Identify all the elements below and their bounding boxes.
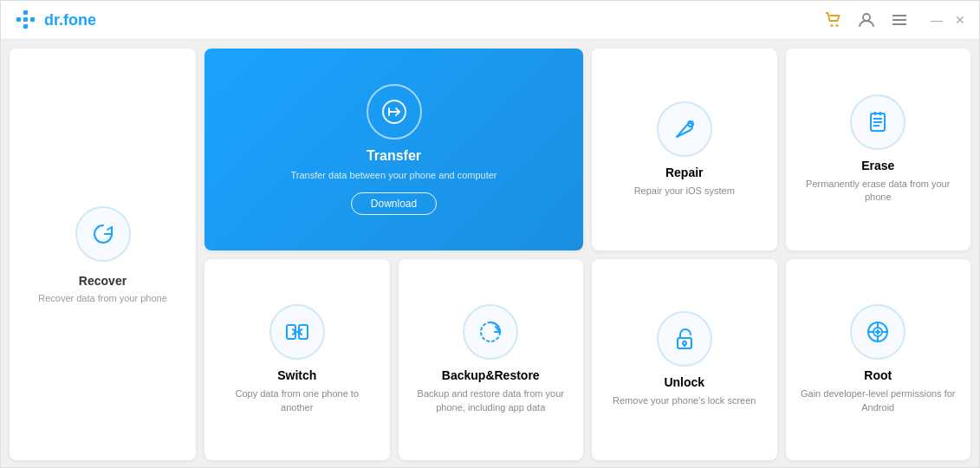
root-title: Root bbox=[864, 368, 892, 382]
titlebar: dr.fone — ✕ bbox=[1, 1, 979, 40]
svg-rect-3 bbox=[23, 24, 28, 29]
svg-rect-1 bbox=[16, 17, 21, 22]
switch-title: Switch bbox=[277, 368, 316, 382]
unlock-card[interactable]: Unlock Remove your phone's lock screen bbox=[592, 259, 777, 461]
recover-card[interactable]: Recover Recover data from your phone bbox=[10, 49, 196, 460]
transfer-icon bbox=[367, 84, 422, 140]
svg-point-27 bbox=[683, 341, 686, 345]
erase-card[interactable]: Erase Permanently erase data from your p… bbox=[786, 49, 971, 250]
main-content: Recover Recover data from your phone Tra… bbox=[1, 40, 979, 468]
svg-rect-0 bbox=[23, 10, 28, 15]
recover-title: Recover bbox=[79, 274, 127, 288]
recover-description: Recover data from your phone bbox=[38, 293, 167, 303]
app-name: dr.fone bbox=[44, 11, 96, 29]
recover-icon bbox=[75, 206, 131, 262]
repair-description: Repair your iOS system bbox=[634, 185, 735, 198]
transfer-description: Transfer data between your phone and com… bbox=[290, 169, 496, 182]
svg-rect-2 bbox=[30, 17, 35, 22]
root-card[interactable]: Root Gain developer-level permissions fo… bbox=[786, 259, 971, 461]
repair-icon bbox=[657, 101, 712, 157]
unlock-description: Remove your phone's lock screen bbox=[613, 394, 756, 407]
erase-title: Erase bbox=[861, 159, 894, 172]
root-description: Gain developer-level permissions for And… bbox=[800, 387, 957, 414]
svg-rect-26 bbox=[678, 338, 691, 348]
backup-restore-title: Backup&Restore bbox=[442, 368, 540, 382]
repair-card[interactable]: Repair Repair your iOS system bbox=[592, 49, 777, 250]
repair-title: Repair bbox=[665, 166, 704, 179]
user-icon[interactable] bbox=[858, 11, 875, 29]
cart-icon[interactable] bbox=[825, 11, 842, 29]
root-icon bbox=[850, 304, 905, 360]
logo-icon bbox=[15, 9, 37, 31]
backup-restore-card[interactable]: Backup&Restore Backup and restore data f… bbox=[399, 259, 584, 461]
svg-rect-4 bbox=[23, 17, 28, 22]
logo: dr.fone bbox=[15, 9, 96, 31]
transfer-title: Transfer bbox=[367, 148, 421, 164]
unlock-icon bbox=[657, 311, 712, 367]
svg-point-5 bbox=[831, 24, 834, 27]
window-controls: — ✕ bbox=[931, 14, 965, 26]
switch-icon bbox=[269, 304, 325, 360]
titlebar-actions: — ✕ bbox=[825, 11, 965, 29]
erase-icon bbox=[850, 94, 905, 150]
erase-description: Permanently erase data from your phone bbox=[800, 178, 957, 205]
download-button[interactable]: Download bbox=[351, 192, 437, 215]
switch-card[interactable]: Switch Copy data from one phone to anoth… bbox=[204, 259, 390, 461]
transfer-card[interactable]: Transfer Transfer data between your phon… bbox=[204, 49, 583, 250]
svg-rect-22 bbox=[287, 325, 295, 339]
menu-icon[interactable] bbox=[891, 11, 908, 29]
backup-restore-icon bbox=[463, 304, 518, 360]
feature-grid: Transfer Transfer data between your phon… bbox=[204, 49, 970, 460]
unlock-title: Unlock bbox=[664, 375, 704, 389]
close-button[interactable]: ✕ bbox=[955, 14, 965, 26]
svg-rect-23 bbox=[299, 325, 308, 339]
backup-restore-description: Backup and restore data from your phone,… bbox=[412, 387, 570, 414]
svg-point-6 bbox=[836, 24, 839, 27]
switch-description: Copy data from one phone to another bbox=[218, 387, 376, 414]
svg-point-7 bbox=[863, 14, 870, 21]
minimize-button[interactable]: — bbox=[931, 14, 943, 26]
